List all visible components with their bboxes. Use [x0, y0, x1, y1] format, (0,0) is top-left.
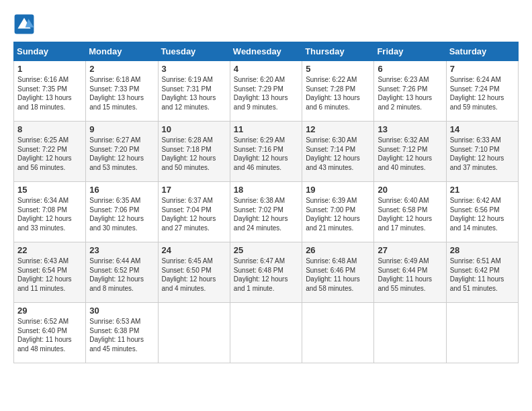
calendar-week-5: 29Sunrise: 6:52 AMSunset: 6:40 PMDayligh… [14, 303, 519, 363]
day-number: 3 [162, 64, 226, 74]
day-number: 15 [17, 185, 82, 195]
cell-info: Sunrise: 6:27 AMSunset: 7:20 PMDaylight:… [89, 136, 144, 171]
day-number: 24 [162, 245, 226, 255]
calendar-cell-21: 21Sunrise: 6:42 AMSunset: 6:56 PMDayligh… [446, 182, 518, 242]
weekday-header-wednesday: Wednesday [230, 42, 302, 61]
calendar-cell-6: 6Sunrise: 6:23 AMSunset: 7:26 PMDaylight… [374, 61, 446, 122]
weekday-header-saturday: Saturday [446, 42, 518, 61]
cell-info: Sunrise: 6:39 AMSunset: 7:00 PMDaylight:… [306, 197, 360, 232]
day-number: 29 [17, 306, 82, 316]
cell-info: Sunrise: 6:33 AMSunset: 7:10 PMDaylight:… [450, 136, 504, 171]
day-number: 17 [162, 185, 226, 195]
day-number: 13 [378, 124, 442, 134]
cell-info: Sunrise: 6:40 AMSunset: 6:58 PMDaylight:… [378, 197, 432, 232]
calendar-cell-29: 29Sunrise: 6:52 AMSunset: 6:40 PMDayligh… [14, 303, 86, 363]
calendar-cell-2: 2Sunrise: 6:18 AMSunset: 7:33 PMDaylight… [86, 61, 158, 122]
day-number: 25 [234, 245, 298, 255]
day-number: 18 [234, 185, 298, 195]
day-number: 8 [17, 124, 82, 134]
cell-info: Sunrise: 6:25 AMSunset: 7:22 PMDaylight:… [17, 136, 72, 171]
calendar-cell-empty-4-6 [446, 303, 518, 363]
cell-info: Sunrise: 6:19 AMSunset: 7:31 PMDaylight:… [162, 76, 216, 111]
cell-info: Sunrise: 6:29 AMSunset: 7:16 PMDaylight:… [234, 136, 288, 171]
calendar-cell-27: 27Sunrise: 6:49 AMSunset: 6:44 PMDayligh… [374, 242, 446, 303]
calendar-cell-3: 3Sunrise: 6:19 AMSunset: 7:31 PMDaylight… [158, 61, 230, 122]
cell-info: Sunrise: 6:22 AMSunset: 7:28 PMDaylight:… [306, 76, 360, 111]
calendar-cell-4: 4Sunrise: 6:20 AMSunset: 7:29 PMDaylight… [230, 61, 302, 122]
calendar-week-1: 1Sunrise: 6:16 AMSunset: 7:35 PMDaylight… [14, 61, 519, 122]
cell-info: Sunrise: 6:42 AMSunset: 6:56 PMDaylight:… [450, 197, 504, 232]
day-number: 5 [306, 64, 370, 74]
calendar-cell-26: 26Sunrise: 6:48 AMSunset: 6:46 PMDayligh… [302, 242, 374, 303]
cell-info: Sunrise: 6:32 AMSunset: 7:12 PMDaylight:… [378, 136, 432, 171]
calendar-cell-19: 19Sunrise: 6:39 AMSunset: 7:00 PMDayligh… [302, 182, 374, 242]
day-number: 10 [162, 124, 226, 134]
cell-info: Sunrise: 6:20 AMSunset: 7:29 PMDaylight:… [234, 76, 288, 111]
calendar-week-2: 8Sunrise: 6:25 AMSunset: 7:22 PMDaylight… [14, 122, 519, 182]
calendar-cell-18: 18Sunrise: 6:38 AMSunset: 7:02 PMDayligh… [230, 182, 302, 242]
weekday-header-row: SundayMondayTuesdayWednesdayThursdayFrid… [14, 42, 519, 61]
calendar-cell-25: 25Sunrise: 6:47 AMSunset: 6:48 PMDayligh… [230, 242, 302, 303]
calendar-cell-23: 23Sunrise: 6:44 AMSunset: 6:52 PMDayligh… [86, 242, 158, 303]
cell-info: Sunrise: 6:51 AMSunset: 6:42 PMDaylight:… [450, 257, 504, 292]
calendar-cell-7: 7Sunrise: 6:24 AMSunset: 7:24 PMDaylight… [446, 61, 518, 122]
day-number: 19 [306, 185, 370, 195]
calendar-cell-17: 17Sunrise: 6:37 AMSunset: 7:04 PMDayligh… [158, 182, 230, 242]
day-number: 22 [17, 245, 82, 255]
calendar-cell-16: 16Sunrise: 6:35 AMSunset: 7:06 PMDayligh… [86, 182, 158, 242]
calendar-week-3: 15Sunrise: 6:34 AMSunset: 7:08 PMDayligh… [14, 182, 519, 242]
cell-info: Sunrise: 6:35 AMSunset: 7:06 PMDaylight:… [89, 197, 144, 232]
calendar-week-4: 22Sunrise: 6:43 AMSunset: 6:54 PMDayligh… [14, 242, 519, 303]
cell-info: Sunrise: 6:44 AMSunset: 6:52 PMDaylight:… [89, 257, 144, 292]
day-number: 28 [450, 245, 515, 255]
calendar-cell-5: 5Sunrise: 6:22 AMSunset: 7:28 PMDaylight… [302, 61, 374, 122]
cell-info: Sunrise: 6:28 AMSunset: 7:18 PMDaylight:… [162, 136, 216, 171]
calendar-cell-empty-4-3 [230, 303, 302, 363]
calendar-cell-9: 9Sunrise: 6:27 AMSunset: 7:20 PMDaylight… [86, 122, 158, 182]
cell-info: Sunrise: 6:24 AMSunset: 7:24 PMDaylight:… [450, 76, 504, 111]
calendar-cell-30: 30Sunrise: 6:53 AMSunset: 6:38 PMDayligh… [86, 303, 158, 363]
calendar-cell-13: 13Sunrise: 6:32 AMSunset: 7:12 PMDayligh… [374, 122, 446, 182]
weekday-header-thursday: Thursday [302, 42, 374, 61]
calendar-cell-20: 20Sunrise: 6:40 AMSunset: 6:58 PMDayligh… [374, 182, 446, 242]
calendar-cell-empty-4-4 [302, 303, 374, 363]
cell-info: Sunrise: 6:23 AMSunset: 7:26 PMDaylight:… [378, 76, 432, 111]
cell-info: Sunrise: 6:34 AMSunset: 7:08 PMDaylight:… [17, 197, 72, 232]
calendar-cell-24: 24Sunrise: 6:45 AMSunset: 6:50 PMDayligh… [158, 242, 230, 303]
cell-info: Sunrise: 6:43 AMSunset: 6:54 PMDaylight:… [17, 257, 72, 292]
day-number: 2 [89, 64, 154, 74]
weekday-header-monday: Monday [86, 42, 158, 61]
cell-info: Sunrise: 6:37 AMSunset: 7:04 PMDaylight:… [162, 197, 216, 232]
calendar-cell-empty-4-2 [158, 303, 230, 363]
calendar-cell-22: 22Sunrise: 6:43 AMSunset: 6:54 PMDayligh… [14, 242, 86, 303]
day-number: 4 [234, 64, 298, 74]
cell-info: Sunrise: 6:52 AMSunset: 6:40 PMDaylight:… [17, 318, 72, 353]
day-number: 23 [89, 245, 154, 255]
cell-info: Sunrise: 6:47 AMSunset: 6:48 PMDaylight:… [234, 257, 288, 292]
calendar-cell-14: 14Sunrise: 6:33 AMSunset: 7:10 PMDayligh… [446, 122, 518, 182]
day-number: 12 [306, 124, 370, 134]
cell-info: Sunrise: 6:53 AMSunset: 6:38 PMDaylight:… [89, 318, 144, 353]
weekday-header-tuesday: Tuesday [158, 42, 230, 61]
day-number: 6 [378, 64, 442, 74]
calendar-cell-12: 12Sunrise: 6:30 AMSunset: 7:14 PMDayligh… [302, 122, 374, 182]
calendar-cell-11: 11Sunrise: 6:29 AMSunset: 7:16 PMDayligh… [230, 122, 302, 182]
day-number: 7 [450, 64, 515, 74]
logo-icon [13, 13, 35, 35]
page-header [13, 13, 519, 35]
cell-info: Sunrise: 6:49 AMSunset: 6:44 PMDaylight:… [378, 257, 432, 292]
logo [13, 13, 38, 35]
day-number: 9 [89, 124, 154, 134]
day-number: 21 [450, 185, 515, 195]
day-number: 1 [17, 64, 82, 74]
calendar-cell-15: 15Sunrise: 6:34 AMSunset: 7:08 PMDayligh… [14, 182, 86, 242]
cell-info: Sunrise: 6:16 AMSunset: 7:35 PMDaylight:… [17, 76, 72, 111]
day-number: 20 [378, 185, 442, 195]
weekday-header-friday: Friday [374, 42, 446, 61]
day-number: 11 [234, 124, 298, 134]
calendar-cell-1: 1Sunrise: 6:16 AMSunset: 7:35 PMDaylight… [14, 61, 86, 122]
cell-info: Sunrise: 6:30 AMSunset: 7:14 PMDaylight:… [306, 136, 360, 171]
cell-info: Sunrise: 6:48 AMSunset: 6:46 PMDaylight:… [306, 257, 360, 292]
day-number: 26 [306, 245, 370, 255]
day-number: 30 [89, 306, 154, 316]
